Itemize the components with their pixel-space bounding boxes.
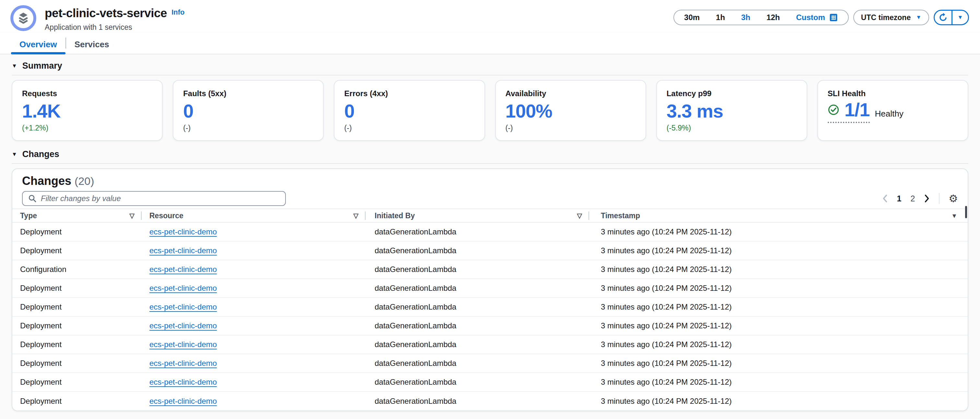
page-title: pet-clinic-vets-service [45,6,167,20]
application-layers-icon [10,5,36,31]
summary-card-delta: (+1.2%) [22,124,152,132]
timezone-dropdown[interactable]: UTC timezone ▼ [853,10,929,25]
cell-initiated-by: dataGenerationLambda [366,397,589,406]
cell-type: Deployment [20,302,142,311]
tab-overview[interactable]: Overview [11,32,65,54]
main-content: ▼ Summary Requests1.4K(+1.2%)Faults (5xx… [0,54,980,419]
column-filter-icon[interactable]: ▼ [951,213,957,219]
summary-card-title: Latency p99 [667,89,797,98]
chevron-down-icon: ▼ [958,14,963,21]
cell-resource-link[interactable]: ecs-pet-clinic-demo [142,302,217,311]
cell-timestamp: 3 minutes ago (10:24 PM 2025-11-12) [589,378,960,387]
pagination-divider [939,193,940,204]
cell-type: Deployment [20,378,142,387]
summary-card-value: 3.3 ms [667,102,797,121]
summary-card-value: 0 [344,102,474,121]
changes-count-badge: (20) [75,175,94,187]
column-header-initiated-by[interactable]: Initiated By▽ [366,209,589,222]
info-link[interactable]: Info [172,8,185,16]
refresh-menu-button[interactable]: ▼ [953,11,968,24]
check-circle-icon [828,104,839,116]
sli-health-metric[interactable]: 1/1 [828,100,870,123]
refresh-button[interactable] [935,11,953,24]
changes-panel: Changes (20) 1 2 [12,168,968,411]
cell-type: Deployment [20,246,142,255]
cell-timestamp: 3 minutes ago (10:24 PM 2025-11-12) [589,302,960,311]
cell-resource-link[interactable]: ecs-pet-clinic-demo [142,321,217,330]
cell-initiated-by: dataGenerationLambda [366,378,589,387]
cell-initiated-by: dataGenerationLambda [366,302,589,311]
time-range-1h[interactable]: 1h [708,13,733,22]
changes-table: Type▽Resource▽Initiated By▽Timestamp▼ De… [12,208,968,411]
cell-resource-link[interactable]: ecs-pet-clinic-demo [142,378,217,387]
summary-card-title: Availability [506,89,636,98]
summary-card: Faults (5xx)0(-) [173,80,324,141]
time-range-12h[interactable]: 12h [758,13,788,22]
refresh-split-button: ▼ [934,10,969,25]
table-row: Deploymentecs-pet-clinic-demodataGenerat… [12,373,968,392]
cell-timestamp: 3 minutes ago (10:24 PM 2025-11-12) [589,227,960,236]
summary-card-delta: (-) [344,124,474,132]
summary-card-value: 1.4K [22,102,152,121]
time-range-30m[interactable]: 30m [676,13,708,22]
changes-section-toggle[interactable]: ▼ Changes [12,141,968,163]
time-range-3h[interactable]: 3h [733,13,758,22]
chevron-left-icon[interactable] [882,194,888,203]
cell-type: Deployment [20,340,142,349]
tab-services[interactable]: Services [66,32,118,54]
summary-card-delta: (-) [183,124,313,132]
changes-toolbar: 1 2 ⚙ [12,191,968,206]
summary-card: Availability100%(-) [495,80,646,141]
table-row: Deploymentecs-pet-clinic-demodataGenerat… [12,354,968,373]
chevron-down-icon: ▼ [916,14,921,21]
cell-resource-link[interactable]: ecs-pet-clinic-demo [142,397,217,406]
summary-card: Requests1.4K(+1.2%) [12,80,163,141]
time-range-custom[interactable]: Custom [788,13,846,22]
tab-bar: Overview Services [0,32,980,54]
cell-resource-link[interactable]: ecs-pet-clinic-demo [142,284,217,293]
column-header-label: Type [20,211,37,220]
cell-resource-link[interactable]: ecs-pet-clinic-demo [142,359,217,368]
cell-initiated-by: dataGenerationLambda [366,321,589,330]
cell-timestamp: 3 minutes ago (10:24 PM 2025-11-12) [589,359,960,368]
time-range-segmented-control: 30m 1h 3h 12h Custom [673,10,849,25]
column-filter-icon[interactable]: ▽ [353,213,358,219]
collapse-caret-icon: ▼ [12,151,17,158]
gear-icon[interactable]: ⚙ [948,193,958,204]
table-row: Deploymentecs-pet-clinic-demodataGenerat… [12,241,968,260]
cell-initiated-by: dataGenerationLambda [366,246,589,255]
changes-table-body: Deploymentecs-pet-clinic-demodataGenerat… [12,223,968,411]
column-header-resource[interactable]: Resource▽ [142,209,366,222]
cell-resource-link[interactable]: ecs-pet-clinic-demo [142,265,217,274]
table-row: Deploymentecs-pet-clinic-demodataGenerat… [12,279,968,298]
cell-timestamp: 3 minutes ago (10:24 PM 2025-11-12) [589,284,960,293]
cell-resource-link[interactable]: ecs-pet-clinic-demo [142,246,217,255]
cell-initiated-by: dataGenerationLambda [366,284,589,293]
column-filter-icon[interactable]: ▽ [577,213,582,219]
summary-card-delta: (-) [506,124,636,132]
cell-initiated-by: dataGenerationLambda [366,227,589,236]
cell-type: Configuration [20,265,142,274]
summary-card-delta: (-5.9%) [667,124,797,132]
column-header-timestamp[interactable]: Timestamp▼ [589,209,960,222]
cell-type: Deployment [20,284,142,293]
table-row: Deploymentecs-pet-clinic-demodataGenerat… [12,223,968,241]
column-header-label: Timestamp [601,211,640,220]
sli-health-status: Healthy [875,109,904,119]
column-filter-icon[interactable]: ▽ [130,213,135,219]
cell-resource-link[interactable]: ecs-pet-clinic-demo [142,340,217,349]
cell-timestamp: 3 minutes ago (10:24 PM 2025-11-12) [589,246,960,255]
cell-timestamp: 3 minutes ago (10:24 PM 2025-11-12) [589,397,960,406]
page-number-1[interactable]: 1 [897,194,902,203]
sli-health-row: 1/1Healthy [828,100,958,123]
table-scrollbar-thumb[interactable] [965,206,967,218]
changes-filter-input[interactable] [41,194,280,203]
column-header-type[interactable]: Type▽ [20,209,142,222]
search-icon [28,194,37,203]
column-header-label: Initiated By [375,211,415,220]
cell-resource-link[interactable]: ecs-pet-clinic-demo [142,227,217,236]
chevron-right-icon[interactable] [924,194,930,203]
page-number-2[interactable]: 2 [910,194,915,203]
summary-section-toggle[interactable]: ▼ Summary [12,54,968,75]
cell-initiated-by: dataGenerationLambda [366,340,589,349]
